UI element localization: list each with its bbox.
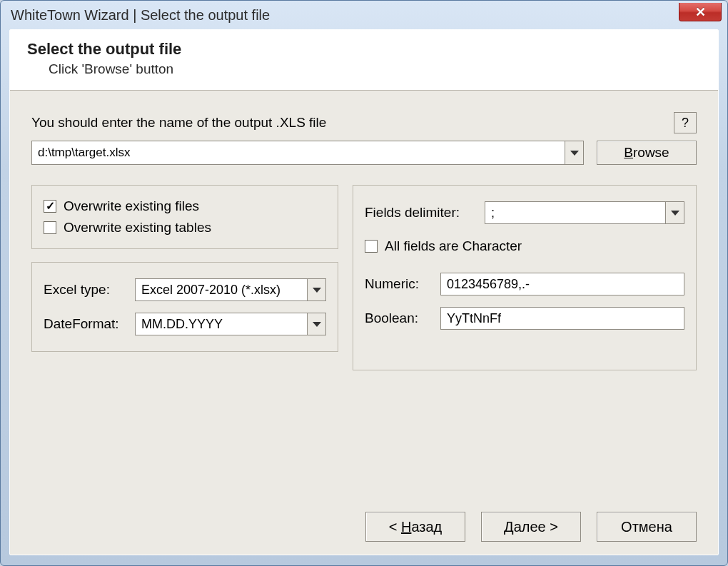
numeric-label: Numeric: <box>365 276 433 292</box>
browse-button-label: Browse <box>624 145 669 161</box>
chevron-down-icon <box>313 288 321 293</box>
banner-heading: Select the output file <box>27 40 701 59</box>
next-button[interactable]: Далее > <box>481 512 581 542</box>
overwrite-files-checkbox[interactable] <box>44 200 56 213</box>
all-char-label: All fields are Character <box>385 238 522 254</box>
fields-delim-select[interactable]: ; <box>485 201 684 224</box>
overwrite-files-label: Overwrite existing files <box>64 198 199 214</box>
body: You should enter the name of the output … <box>10 91 718 389</box>
back-button[interactable]: < Назад <box>365 512 465 542</box>
hint-text: You should enter the name of the output … <box>31 115 326 131</box>
all-char-row[interactable]: All fields are Character <box>365 236 684 257</box>
output-file-input[interactable] <box>32 141 565 164</box>
excel-group: Excel type: Excel 2007-2010 (*.xlsx) Dat… <box>31 262 338 352</box>
overwrite-tables-row[interactable]: Overwrite existing tables <box>44 217 326 238</box>
boolean-label: Boolean: <box>365 310 433 326</box>
overwrite-group: Overwrite existing files Overwrite exist… <box>31 185 338 249</box>
fields-delim-value: ; <box>485 202 665 223</box>
chevron-down-icon <box>313 322 321 327</box>
chevron-down-icon <box>671 211 679 216</box>
output-file-dropdown-button[interactable] <box>565 141 583 164</box>
overwrite-tables-checkbox[interactable] <box>44 221 56 234</box>
excel-type-value: Excel 2007-2010 (*.xlsx) <box>136 279 307 300</box>
excel-type-dropdown-button[interactable] <box>307 279 325 300</box>
date-format-label: DateFormat: <box>44 316 128 332</box>
cancel-button[interactable]: Отмена <box>597 512 697 542</box>
fields-delim-label: Fields delimiter: <box>365 205 477 221</box>
date-format-dropdown-button[interactable] <box>307 313 325 335</box>
back-button-label: < Назад <box>389 519 443 535</box>
help-button[interactable]: ? <box>674 112 697 133</box>
excel-type-select[interactable]: Excel 2007-2010 (*.xlsx) <box>135 278 326 301</box>
titlebar: WhiteTown Wizard | Select the output fil… <box>1 1 727 29</box>
numeric-input[interactable] <box>440 273 684 295</box>
overwrite-files-row[interactable]: Overwrite existing files <box>44 196 326 217</box>
close-button[interactable]: ✕ <box>679 3 722 21</box>
close-icon: ✕ <box>695 4 706 20</box>
boolean-input[interactable] <box>440 307 684 330</box>
chevron-down-icon <box>570 151 579 156</box>
banner-subtext: Click 'Browse' button <box>49 61 701 77</box>
window: WhiteTown Wizard | Select the output fil… <box>0 0 728 566</box>
next-button-label: Далее > <box>504 519 558 535</box>
footer-buttons: < Назад Далее > Отмена <box>365 512 697 542</box>
date-format-value: MM.DD.YYYY <box>136 313 307 335</box>
cancel-button-label: Отмена <box>621 519 672 535</box>
overwrite-tables-label: Overwrite existing tables <box>64 220 211 236</box>
output-file-combo[interactable] <box>31 141 584 165</box>
date-format-select[interactable]: MM.DD.YYYY <box>135 313 326 335</box>
all-char-checkbox[interactable] <box>365 240 378 253</box>
fields-delim-dropdown-button[interactable] <box>665 202 684 223</box>
excel-type-label: Excel type: <box>44 282 128 298</box>
fields-group: Fields delimiter: ; All fields are Chara… <box>353 185 697 370</box>
browse-button[interactable]: Browse <box>597 141 697 165</box>
client-area: Select the output file Click 'Browse' bu… <box>9 29 719 555</box>
window-title: WhiteTown Wizard | Select the output fil… <box>11 7 270 24</box>
wizard-banner: Select the output file Click 'Browse' bu… <box>10 30 718 91</box>
